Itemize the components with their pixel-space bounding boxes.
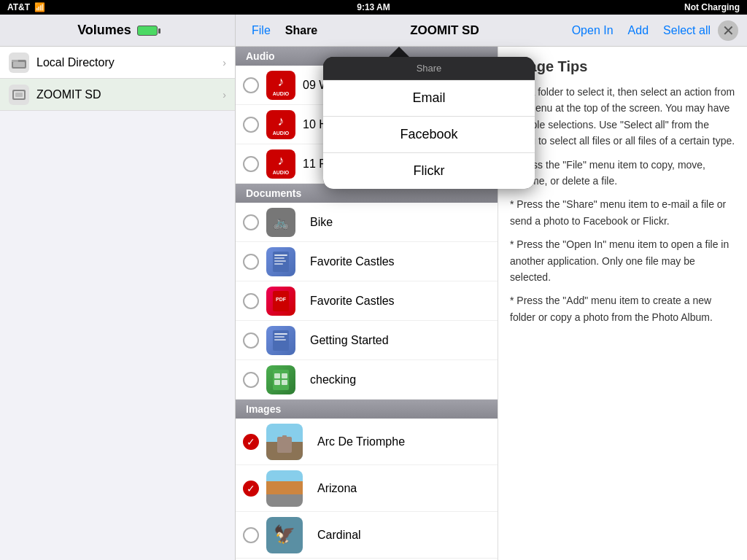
battery-status-label: Not Charging [684, 2, 740, 12]
sidebar-title: Volumes [77, 23, 131, 38]
status-time: 9:13 AM [357, 2, 390, 12]
share-facebook-option[interactable]: Facebook [323, 117, 535, 153]
status-left: AT&T 📶 [7, 2, 45, 12]
sidebar-item-local-directory[interactable]: Local Directory › [0, 47, 235, 79]
popup-arrow [389, 47, 409, 57]
local-directory-icon [9, 52, 29, 73]
wifi-icon: 📶 [34, 2, 45, 12]
share-popup-header: Share [323, 57, 535, 80]
share-popup: Share Email Facebook Flickr [323, 57, 535, 189]
carrier-label: AT&T [7, 2, 30, 12]
sidebar-item-zoomit-sd-label: ZOOMIT SD [36, 88, 222, 101]
share-popup-overlay: Share Email Facebook Flickr [236, 15, 747, 560]
chevron-right-icon-2: › [222, 89, 226, 101]
chevron-right-icon: › [222, 57, 226, 69]
sidebar: Volumes Local Directory › ZOOMIT SD › [0, 15, 236, 560]
svg-rect-5 [15, 93, 23, 97]
popup-arrow-up [389, 47, 409, 57]
sidebar-item-local-directory-label: Local Directory [36, 56, 222, 69]
svg-rect-1 [12, 60, 18, 62]
share-email-option[interactable]: Email [323, 80, 535, 117]
sidebar-header: Volumes [0, 15, 235, 47]
sidebar-item-zoomit-sd[interactable]: ZOOMIT SD › [0, 79, 235, 111]
share-flickr-option[interactable]: Flickr [323, 153, 535, 189]
battery-indicator [137, 26, 158, 36]
status-right: Not Charging [684, 2, 740, 12]
svg-rect-2 [13, 62, 25, 67]
status-bar: AT&T 📶 9:13 AM Not Charging [0, 0, 747, 15]
zoomit-sd-icon [9, 85, 29, 105]
